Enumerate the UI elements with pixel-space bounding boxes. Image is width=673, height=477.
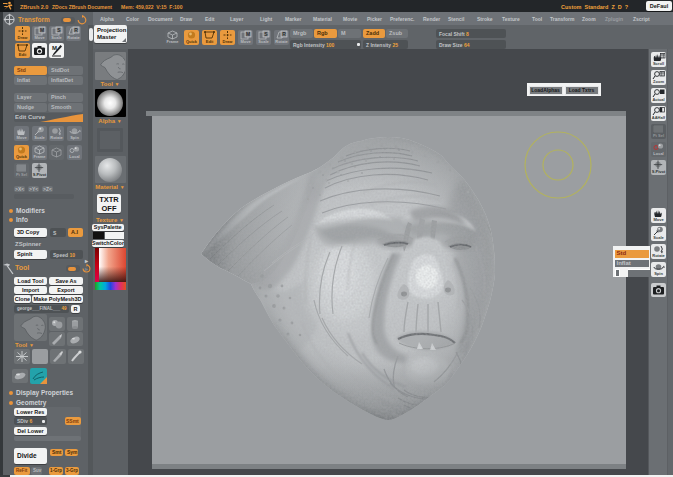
svg-text:R: R — [74, 27, 78, 33]
svg-text:M: M — [246, 31, 250, 37]
svg-text:M: M — [52, 45, 57, 51]
svg-text:R: R — [282, 31, 286, 37]
svg-text:M: M — [40, 27, 44, 33]
